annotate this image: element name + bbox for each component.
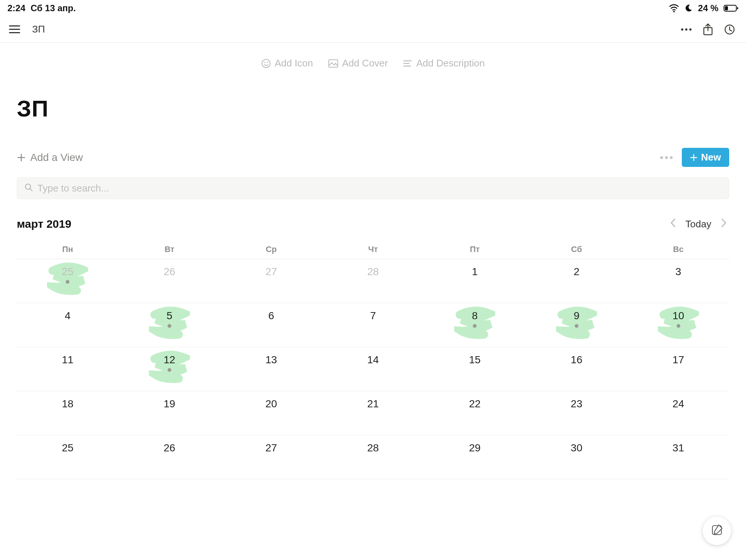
day-number: 11 <box>62 354 74 366</box>
day-number: 13 <box>265 354 277 366</box>
day-number: 16 <box>571 354 582 366</box>
day-number: 26 <box>163 442 175 454</box>
add-view-button[interactable]: Add a View <box>17 152 83 164</box>
svg-point-9 <box>262 59 270 68</box>
calendar-day[interactable]: 27 <box>220 259 322 303</box>
day-number: 25 <box>62 442 74 454</box>
search-bar[interactable] <box>17 177 729 199</box>
page-title[interactable]: ЗП <box>17 95 729 122</box>
event-indicator <box>168 324 171 328</box>
status-time: 2:24 <box>7 3 25 13</box>
event-indicator <box>66 280 69 284</box>
calendar-day[interactable]: 29 <box>424 435 526 479</box>
calendar-day[interactable]: 15 <box>424 347 526 391</box>
calendar-day[interactable]: 10 <box>627 303 729 347</box>
day-number: 17 <box>672 354 684 366</box>
calendar-day[interactable]: 24 <box>627 391 729 435</box>
month-label[interactable]: март 2019 <box>17 218 668 230</box>
next-month-button[interactable] <box>719 218 729 230</box>
event-indicator <box>575 324 578 328</box>
calendar-day[interactable]: 20 <box>220 391 322 435</box>
day-number: 31 <box>672 442 684 454</box>
svg-point-0 <box>673 11 675 12</box>
calendar-day[interactable]: 2 <box>526 259 628 303</box>
weekday-label: Сб <box>526 240 628 259</box>
compose-button[interactable] <box>703 517 731 545</box>
day-number: 8 <box>472 310 478 322</box>
calendar-day[interactable]: 27 <box>220 435 322 479</box>
day-number: 25 <box>62 266 74 278</box>
calendar-day[interactable]: 11 <box>17 347 119 391</box>
calendar-day[interactable]: 25 <box>17 259 119 303</box>
search-input[interactable] <box>37 183 721 194</box>
add-icon-label: Add Icon <box>275 57 313 69</box>
calendar-day[interactable]: 13 <box>220 347 322 391</box>
breadcrumb[interactable]: ЗП <box>32 24 45 35</box>
calendar-day[interactable]: 3 <box>627 259 729 303</box>
add-cover-button[interactable]: Add Cover <box>328 57 388 69</box>
event-indicator <box>473 324 477 328</box>
svg-point-10 <box>264 62 265 63</box>
add-description-button[interactable]: Add Description <box>403 57 485 69</box>
day-number: 27 <box>265 442 277 454</box>
share-icon[interactable] <box>700 22 715 37</box>
day-number: 10 <box>672 310 684 322</box>
calendar-day[interactable]: 23 <box>526 391 628 435</box>
calendar-day[interactable]: 25 <box>17 435 119 479</box>
calendar-day[interactable]: 6 <box>220 303 322 347</box>
calendar-day[interactable]: 30 <box>526 435 628 479</box>
add-description-label: Add Description <box>416 57 485 69</box>
add-icon-button[interactable]: Add Icon <box>261 57 313 69</box>
weekday-label: Вс <box>627 240 729 259</box>
day-number: 30 <box>571 442 582 454</box>
day-number: 4 <box>65 310 71 322</box>
new-button[interactable]: New <box>682 148 729 167</box>
today-button[interactable]: Today <box>686 218 711 230</box>
calendar-day[interactable]: 26 <box>119 259 221 303</box>
status-date: Сб 13 апр. <box>31 3 76 13</box>
calendar-day[interactable]: 26 <box>119 435 221 479</box>
calendar-day[interactable]: 14 <box>322 347 424 391</box>
day-number: 24 <box>672 398 684 410</box>
calendar-day[interactable]: 5 <box>119 303 221 347</box>
calendar-day[interactable]: 22 <box>424 391 526 435</box>
calendar-day[interactable]: 18 <box>17 391 119 435</box>
calendar-day[interactable]: 17 <box>627 347 729 391</box>
more-icon[interactable] <box>679 22 694 37</box>
weekday-label: Вт <box>119 240 221 259</box>
calendar-day[interactable]: 31 <box>627 435 729 479</box>
day-number: 21 <box>367 398 379 410</box>
prev-month-button[interactable] <box>668 218 678 230</box>
day-number: 2 <box>574 266 580 278</box>
event-indicator <box>677 324 680 328</box>
history-icon[interactable] <box>722 22 737 37</box>
calendar-day[interactable]: 28 <box>322 435 424 479</box>
day-number: 5 <box>166 310 172 322</box>
day-number: 23 <box>571 398 582 410</box>
compose-icon <box>711 524 723 538</box>
day-number: 18 <box>62 398 74 410</box>
day-number: 12 <box>163 354 175 366</box>
page-header-actions: Add Icon Add Cover Add Description <box>17 57 729 69</box>
calendar-day[interactable]: 16 <box>526 347 628 391</box>
calendar-day[interactable]: 28 <box>322 259 424 303</box>
day-number: 1 <box>472 266 478 278</box>
svg-rect-3 <box>737 7 738 9</box>
event-indicator <box>168 368 171 372</box>
day-number: 26 <box>163 266 175 278</box>
menu-button[interactable] <box>9 24 21 35</box>
calendar-day[interactable]: 1 <box>424 259 526 303</box>
day-number: 28 <box>367 442 379 454</box>
calendar-day[interactable]: 21 <box>322 391 424 435</box>
calendar-day[interactable]: 8 <box>424 303 526 347</box>
view-more-icon[interactable]: ••• <box>660 152 674 164</box>
svg-point-4 <box>681 28 683 31</box>
day-number: 6 <box>268 310 274 322</box>
calendar-day[interactable]: 7 <box>322 303 424 347</box>
calendar-day[interactable]: 4 <box>17 303 119 347</box>
calendar-day[interactable]: 9 <box>526 303 628 347</box>
calendar-day[interactable]: 19 <box>119 391 221 435</box>
day-number: 14 <box>367 354 379 366</box>
day-number: 20 <box>265 398 277 410</box>
calendar-day[interactable]: 12 <box>119 347 221 391</box>
